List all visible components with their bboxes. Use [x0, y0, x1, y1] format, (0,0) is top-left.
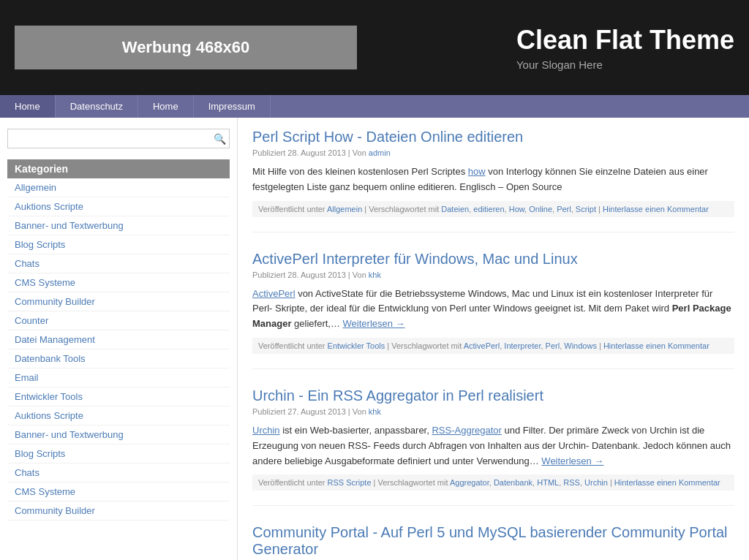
- post-3-link-urchin[interactable]: Urchin: [252, 425, 280, 436]
- search-box: 🔍: [7, 129, 230, 148]
- site-title-area: Clean Flat Theme Your Slogan Here: [487, 25, 734, 71]
- post-2-title[interactable]: ActivePerl Interpreter für Windows, Mac …: [252, 251, 578, 267]
- post-1-footer: Veröffentlicht unter Allgemein | Verschl…: [252, 201, 734, 217]
- sidebar-link-entwickler[interactable]: Entwickler Tools: [7, 387, 230, 406]
- sidebar-link-cms2[interactable]: CMS Systeme: [7, 483, 230, 502]
- search-button[interactable]: 🔍: [214, 133, 226, 145]
- sidebar-link-banner1[interactable]: Banner- und Textwerbung: [7, 216, 230, 235]
- sidebar-link-auktions2[interactable]: Auktions Scripte: [7, 406, 230, 425]
- post-2-excerpt: ActivePerl von ActiveState für die Betri…: [252, 287, 734, 332]
- sidebar-link-allgemein[interactable]: Allgemein: [7, 178, 230, 197]
- sidebar-link-datenbank[interactable]: Datenbank Tools: [7, 349, 230, 368]
- post-2-author[interactable]: khk: [369, 270, 381, 279]
- site-slogan: Your Slogan Here: [516, 58, 734, 71]
- post-3-author[interactable]: khk: [369, 407, 381, 416]
- post-1-author[interactable]: admin: [369, 148, 391, 157]
- post-3-link-rss[interactable]: RSS-Aggregator: [432, 425, 501, 436]
- kategorien-heading: Kategorien: [7, 159, 230, 178]
- sidebar-links: Allgemein Auktions Scripte Banner- und T…: [7, 178, 230, 521]
- header: Werbung 468x60 Clean Flat Theme Your Slo…: [0, 0, 749, 95]
- post-1-excerpt: Mit Hilfe von des kleinen kostenlosen Pe…: [252, 164, 734, 195]
- search-input[interactable]: [7, 129, 230, 148]
- post-4-title[interactable]: Community Portal - Auf Perl 5 und MySQL …: [252, 524, 728, 557]
- nav-home-1[interactable]: Home: [0, 95, 56, 118]
- post-2-meta: Publiziert 28. August 2013 | Von khk: [252, 270, 734, 279]
- sidebar-link-counter[interactable]: Counter: [7, 311, 230, 330]
- post-2: ActivePerl Interpreter für Windows, Mac …: [252, 251, 734, 369]
- post-3-excerpt: Urchin ist ein Web-basierter, anpassbare…: [252, 423, 734, 469]
- sidebar-link-blog1[interactable]: Blog Scripts: [7, 235, 230, 254]
- content: Perl Script How - Dateien Online editier…: [238, 118, 749, 560]
- sidebar-link-datei[interactable]: Datei Management: [7, 330, 230, 349]
- post-1: Perl Script How - Dateien Online editier…: [252, 129, 734, 232]
- post-2-link-activeperl[interactable]: ActivePerl: [252, 288, 296, 299]
- post-2-footer: Veröffentlicht unter Entwickler Tools | …: [252, 338, 734, 354]
- post-3-title[interactable]: Urchin - Ein RSS Aggregator in Perl real…: [252, 387, 543, 404]
- post-3: Urchin - Ein RSS Aggregator in Perl real…: [252, 387, 734, 506]
- sidebar-link-chats2[interactable]: Chats: [7, 463, 230, 483]
- post-2-weiterlesen[interactable]: Weiterlesen →: [343, 318, 405, 329]
- post-1-meta: Publiziert 28. August 2013 | Von admin: [252, 148, 734, 157]
- post-3-weiterlesen[interactable]: Weiterlesen →: [541, 455, 603, 466]
- post-3-footer: Veröffentlicht unter RSS Scripte | Versc…: [252, 474, 734, 491]
- sidebar: 🔍 Kategorien Allgemein Auktions Scripte …: [0, 118, 238, 560]
- post-1-cat[interactable]: Allgemein: [327, 205, 362, 213]
- nav-impressum[interactable]: Impressum: [194, 95, 271, 118]
- sidebar-link-cms1[interactable]: CMS Systeme: [7, 273, 230, 292]
- sidebar-link-auktions1[interactable]: Auktions Scripte: [7, 197, 230, 216]
- nav-datenschutz[interactable]: Datenschutz: [56, 95, 138, 118]
- main-nav: Home Datenschutz Home Impressum: [0, 95, 749, 118]
- post-3-meta: Publiziert 27. August 2013 | Von khk: [252, 407, 734, 416]
- nav-home-2[interactable]: Home: [138, 95, 194, 118]
- site-title: Clean Flat Theme: [516, 25, 734, 56]
- post-4: Community Portal - Auf Perl 5 und MySQL …: [252, 524, 734, 560]
- post-1-link-how[interactable]: how: [468, 166, 486, 177]
- sidebar-link-community2[interactable]: Community Builder: [7, 502, 230, 521]
- post-1-title[interactable]: Perl Script How - Dateien Online editier…: [252, 129, 523, 145]
- sidebar-link-community1[interactable]: Community Builder: [7, 292, 230, 311]
- sidebar-link-blog2[interactable]: Blog Scripts: [7, 444, 230, 463]
- main-wrapper: 🔍 Kategorien Allgemein Auktions Scripte …: [0, 118, 749, 560]
- sidebar-link-email[interactable]: Email: [7, 368, 230, 387]
- sidebar-link-chats1[interactable]: Chats: [7, 254, 230, 273]
- sidebar-link-banner2[interactable]: Banner- und Textwerbung: [7, 425, 230, 444]
- ad-banner: Werbung 468x60: [15, 26, 357, 69]
